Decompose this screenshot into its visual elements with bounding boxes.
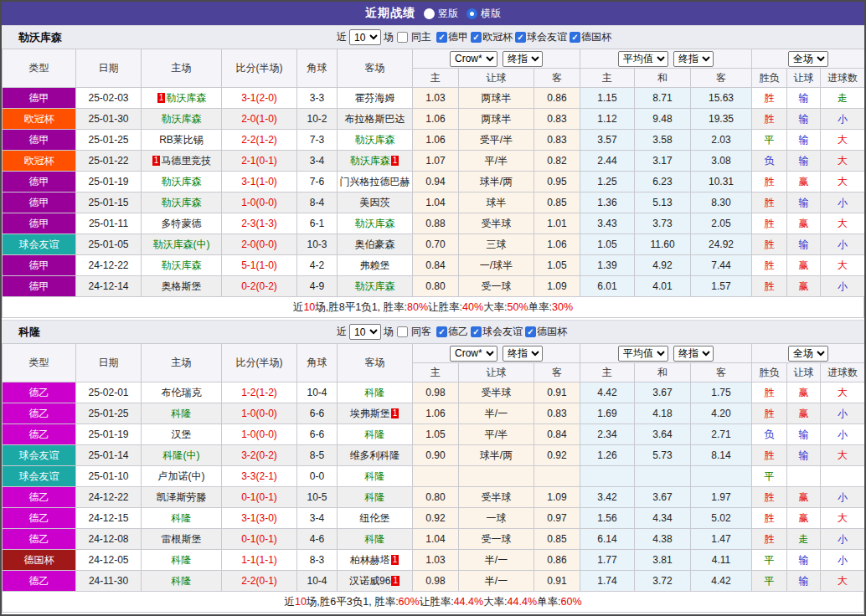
result-outcome: 胜	[752, 109, 787, 130]
col-goals-result: 进球数	[821, 69, 865, 88]
odds-company-select[interactable]: Crow*	[450, 346, 497, 362]
avg-home: 3.43	[580, 213, 635, 234]
match-score: 1-2(1-2)	[222, 382, 297, 403]
odds-away: 1.09	[534, 487, 580, 508]
league-checkbox[interactable]	[570, 32, 580, 43]
team-text: 勒沃库森	[162, 259, 202, 271]
league-checkbox[interactable]	[471, 32, 482, 43]
team-text: RB莱比锡	[159, 134, 204, 146]
avg-draw: 4.01	[635, 276, 691, 297]
odds-handicap: 半/一	[459, 571, 534, 592]
home-team: 勒沃库森(中)	[142, 234, 222, 255]
league-filter[interactable]: 球会友谊	[470, 325, 523, 339]
league-checkbox[interactable]	[436, 326, 447, 337]
corner-score: 10-3	[297, 234, 338, 255]
odds-handicap: 球半/两	[459, 172, 534, 192]
same-venue-checkbox[interactable]	[397, 326, 408, 337]
result-goals: 小	[821, 276, 865, 297]
layout-option-horizontal[interactable]: 横版	[467, 7, 501, 21]
team-text: 柏林赫塔	[350, 554, 390, 566]
away-team: 科隆	[338, 487, 413, 508]
col-handicap-result: 让球	[787, 363, 821, 382]
avg-final-select[interactable]: 终指	[673, 346, 714, 362]
red-one-badge: 1	[391, 555, 399, 565]
match-date: 24-12-22	[76, 255, 142, 276]
odds-away: 0.97	[534, 508, 580, 529]
league-checkbox[interactable]	[525, 326, 536, 337]
summary-text: 10	[303, 301, 315, 313]
recent-count-select[interactable]: 10	[349, 29, 381, 45]
recent-count-select[interactable]: 10	[349, 324, 381, 340]
red-one-badge: 1	[391, 408, 399, 418]
league-filter[interactable]: 德乙	[436, 325, 468, 339]
vertical-radio[interactable]	[424, 8, 435, 19]
col-odds-handicap: 让球	[459, 363, 534, 382]
result-goals: 大	[821, 213, 865, 234]
summary-text: 30%	[552, 301, 573, 313]
away-team: 美因茨	[338, 192, 413, 213]
corner-score: 6-6	[297, 424, 338, 445]
league-badge: 德乙	[3, 529, 76, 550]
match-row: 德甲25-02-031勒沃库森3-1(2-0)3-3霍芬海姆1.03两球半0.8…	[3, 88, 865, 109]
odds-home: 0.94	[413, 172, 459, 192]
odds-handicap: 受半球	[459, 487, 534, 508]
avg-home: 1.12	[580, 109, 635, 130]
same-venue-checkbox[interactable]	[397, 32, 408, 43]
league-checkbox[interactable]	[515, 32, 526, 43]
league-filter[interactable]: 德国杯	[569, 30, 611, 44]
away-team: 柏林赫塔1	[338, 550, 413, 571]
odds-final-select[interactable]: 终指	[503, 346, 543, 362]
avg-select[interactable]: 平均值	[618, 51, 668, 67]
result-outcome: 胜	[752, 487, 787, 508]
team-text: 勒沃库森	[162, 197, 202, 208]
header-row-dropdowns: 类型 日期 主场 比分(半场) 角球 客场 Crow* 终指 平均值 终指	[3, 344, 865, 363]
avg-away: 19.35	[691, 109, 752, 130]
avg-draw: 3.81	[635, 550, 691, 571]
match-score: 0-1(0-1)	[222, 487, 297, 508]
horizontal-radio[interactable]	[467, 8, 477, 19]
avg-away	[691, 466, 752, 487]
corner-score: 3-3	[297, 88, 338, 109]
fulltime-select[interactable]: 全场	[788, 346, 828, 362]
corner-score: 0-0	[297, 466, 338, 487]
league-filter[interactable]: 德国杯	[524, 325, 567, 339]
league-filter[interactable]: 球会友谊	[514, 30, 567, 44]
summary-text: 10	[295, 596, 307, 608]
league-filter[interactable]: 欧冠杯	[470, 30, 513, 44]
corner-score: 3-4	[297, 508, 338, 529]
avg-away: 1.75	[691, 382, 752, 403]
layout-option-vertical[interactable]: 竖版	[424, 7, 458, 21]
league-label: 欧冠杯	[482, 30, 513, 44]
odds-home: 0.84	[413, 255, 459, 276]
league-checkbox[interactable]	[471, 326, 482, 337]
league-filter[interactable]: 德甲	[436, 30, 468, 44]
col-outcome: 胜负	[752, 363, 787, 382]
col-date: 日期	[76, 49, 142, 88]
section-header: 科隆 近 10 场 同客 德乙球会友谊德国杯	[2, 320, 864, 343]
home-team: 凯泽斯劳滕	[142, 487, 222, 508]
avg-home: 1.39	[580, 255, 635, 276]
result-outcome: 胜	[752, 445, 787, 466]
avg-final-select[interactable]: 终指	[673, 51, 714, 67]
odds-away: 0.95	[534, 172, 580, 192]
match-date: 25-02-01	[76, 382, 142, 403]
match-row: 德乙24-12-08雷根斯堡0-1(0-1)4-6科隆1.04受一球0.856.…	[3, 529, 865, 550]
away-team: 勒沃库森1	[338, 151, 413, 172]
league-checkbox[interactable]	[436, 32, 447, 43]
league-badge: 德甲	[3, 88, 76, 109]
result-group: 全场	[752, 344, 865, 363]
odds-final-select[interactable]: 终指	[503, 51, 543, 67]
result-outcome: 胜	[752, 234, 787, 255]
league-badge: 德甲	[3, 172, 76, 192]
result-goals: 小	[821, 109, 865, 130]
fulltime-select[interactable]: 全场	[788, 51, 828, 67]
corner-score: 4-9	[297, 276, 338, 297]
odds-company-select[interactable]: Crow*	[450, 51, 497, 67]
league-badge: 德乙	[3, 424, 76, 445]
avg-draw	[635, 466, 691, 487]
odds-home: 1.06	[413, 403, 459, 424]
summary-text: 44.4%	[508, 596, 537, 608]
avg-select[interactable]: 平均值	[618, 346, 668, 362]
col-avg-away: 客	[691, 69, 752, 88]
summary-text: 80%	[407, 301, 428, 313]
